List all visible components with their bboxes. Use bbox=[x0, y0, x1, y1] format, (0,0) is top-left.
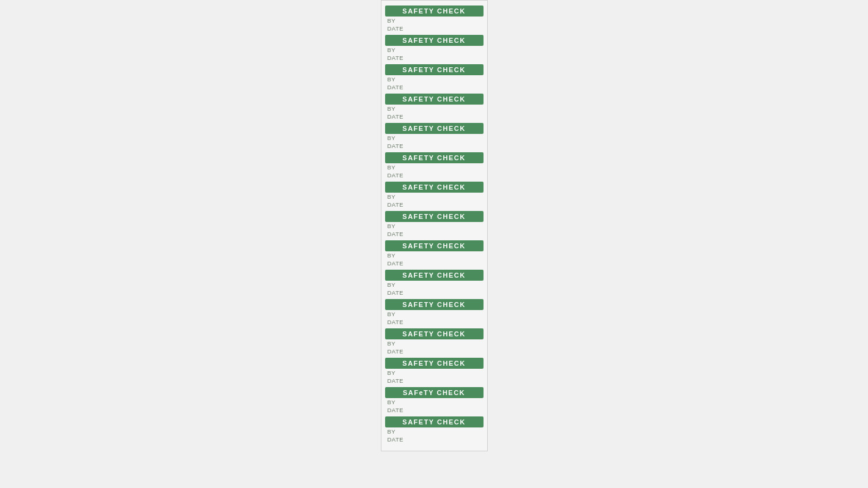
safety-check-header: SAFETY CHECK bbox=[385, 299, 484, 310]
date-field: DATE bbox=[385, 83, 484, 91]
safety-label: SAFeTY CHECKBYDATE bbox=[385, 387, 484, 414]
safety-label: SAFETY CHECKBYDATE bbox=[385, 299, 484, 326]
by-field: BY bbox=[385, 105, 484, 113]
safety-label: SAFETY CHECKBYDATE bbox=[385, 94, 484, 120]
by-field: BY bbox=[385, 46, 484, 54]
safety-check-header: SAFETY CHECK bbox=[385, 270, 484, 281]
by-field: BY bbox=[385, 281, 484, 289]
date-field: DATE bbox=[385, 289, 484, 297]
safety-check-header: SAFETY CHECK bbox=[385, 211, 484, 222]
date-field: DATE bbox=[385, 54, 484, 62]
safety-check-header: SAFETY CHECK bbox=[385, 416, 484, 427]
by-field: BY bbox=[385, 427, 484, 435]
safety-check-header: SAFETY CHECK bbox=[385, 328, 484, 339]
date-field: DATE bbox=[385, 406, 484, 414]
by-field: BY bbox=[385, 193, 484, 201]
safety-label: SAFETY CHECKBYDATE bbox=[385, 358, 484, 385]
by-field: BY bbox=[385, 310, 484, 318]
by-field: BY bbox=[385, 17, 484, 24]
date-field: DATE bbox=[385, 171, 484, 179]
safety-check-header: SAFETY CHECK bbox=[385, 35, 484, 46]
by-field: BY bbox=[385, 75, 484, 83]
by-field: BY bbox=[385, 339, 484, 347]
by-field: BY bbox=[385, 163, 484, 171]
safety-label: SAFETY CHECKBYDATE bbox=[385, 240, 484, 267]
date-field: DATE bbox=[385, 435, 484, 443]
date-field: DATE bbox=[385, 201, 484, 209]
safety-check-header: SAFETY CHECK bbox=[385, 358, 484, 369]
safety-check-header: SAFETY CHECK bbox=[385, 240, 484, 251]
date-field: DATE bbox=[385, 347, 484, 355]
safety-label: SAFETY CHECKBYDATE bbox=[385, 416, 484, 443]
date-field: DATE bbox=[385, 377, 484, 385]
safety-check-header: SAFeTY CHECK bbox=[385, 387, 484, 398]
date-field: DATE bbox=[385, 142, 484, 150]
safety-label: SAFETY CHECKBYDATE bbox=[385, 6, 484, 32]
by-field: BY bbox=[385, 134, 484, 142]
page-container: SAFETY CHECKBYDATESAFETY CHECKBYDATESAFE… bbox=[0, 0, 868, 488]
date-field: DATE bbox=[385, 318, 484, 326]
by-field: BY bbox=[385, 369, 484, 377]
label-sheet: SAFETY CHECKBYDATESAFETY CHECKBYDATESAFE… bbox=[381, 0, 488, 451]
safety-check-header: SAFETY CHECK bbox=[385, 64, 484, 75]
by-field: BY bbox=[385, 398, 484, 406]
date-field: DATE bbox=[385, 24, 484, 32]
safety-label: SAFETY CHECKBYDATE bbox=[385, 64, 484, 91]
safety-check-header: SAFETY CHECK bbox=[385, 123, 484, 134]
by-field: BY bbox=[385, 251, 484, 259]
safety-label: SAFETY CHECKBYDATE bbox=[385, 211, 484, 238]
safety-label: SAFETY CHECKBYDATE bbox=[385, 182, 484, 209]
date-field: DATE bbox=[385, 113, 484, 120]
safety-label: SAFETY CHECKBYDATE bbox=[385, 123, 484, 150]
date-field: DATE bbox=[385, 259, 484, 267]
safety-label: SAFETY CHECKBYDATE bbox=[385, 270, 484, 297]
by-field: BY bbox=[385, 222, 484, 230]
safety-check-header: SAFETY CHECK bbox=[385, 94, 484, 105]
safety-check-header: SAFETY CHECK bbox=[385, 152, 484, 163]
safety-check-header: SAFETY CHECK bbox=[385, 182, 484, 193]
safety-label: SAFETY CHECKBYDATE bbox=[385, 35, 484, 62]
date-field: DATE bbox=[385, 230, 484, 238]
safety-check-header: SAFETY CHECK bbox=[385, 6, 484, 17]
safety-label: SAFETY CHECKBYDATE bbox=[385, 328, 484, 355]
safety-label: SAFETY CHECKBYDATE bbox=[385, 152, 484, 179]
